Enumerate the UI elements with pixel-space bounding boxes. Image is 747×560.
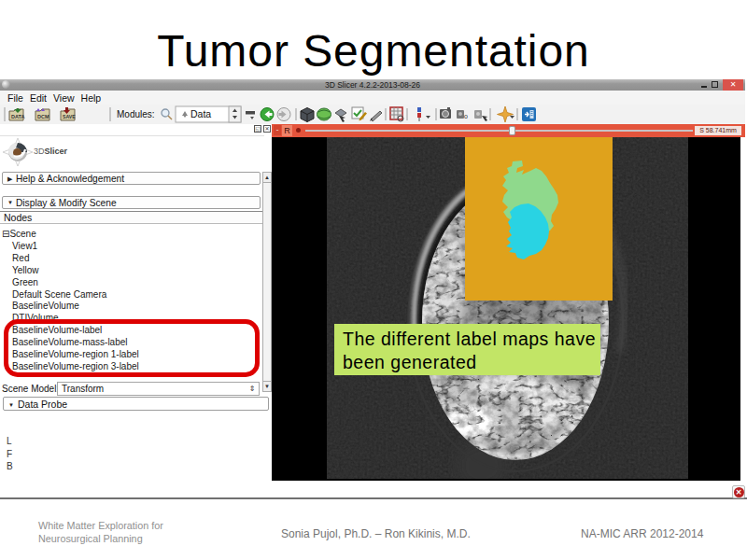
svg-text:DATA: DATA: [11, 114, 24, 119]
svg-text:DCM: DCM: [37, 114, 49, 119]
svg-text:been generated: been generated: [343, 352, 477, 372]
svg-text:The different label maps have: The different label maps have: [343, 329, 596, 349]
svg-text:Data: Data: [190, 108, 211, 119]
svg-text:o: o: [464, 113, 468, 119]
svg-text:SAVE: SAVE: [63, 114, 76, 119]
svg-text:Modules:: Modules:: [117, 109, 155, 119]
